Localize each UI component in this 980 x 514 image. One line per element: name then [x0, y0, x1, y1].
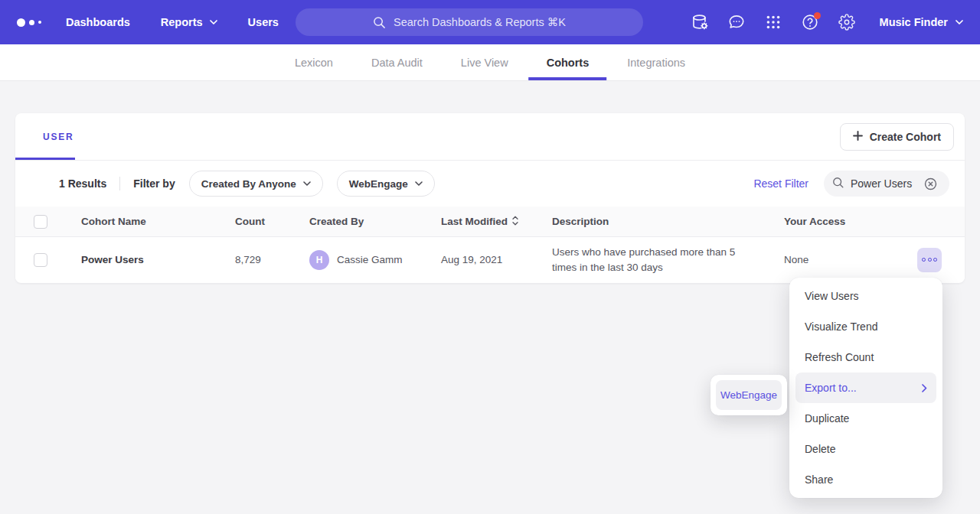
cohorts-card: USER Create Cohort 1 Results Filter by C… [15, 113, 965, 283]
menu-item-export-to[interactable]: Export to... [795, 372, 936, 403]
help-icon[interactable] [802, 14, 818, 31]
table-row[interactable]: Power Users 8,729 H Cassie Gamm Aug 19, … [15, 237, 965, 282]
menu-item-view-users[interactable]: View Users [795, 281, 936, 311]
integration-filter-dropdown[interactable]: WebEngage [337, 171, 435, 197]
submenu-item-webengage[interactable]: WebEngage [716, 380, 782, 410]
nav-users-label: Users [248, 16, 279, 28]
created-by-filter-dropdown[interactable]: Created By Anyone [189, 171, 323, 197]
chevron-down-icon [415, 181, 423, 187]
tab-integrations-label: Integrations [627, 57, 685, 69]
global-search-input[interactable]: Search Dashboards & Reports ⌘K [296, 8, 643, 36]
clear-search-icon[interactable] [924, 177, 937, 190]
row-checkbox[interactable] [34, 253, 47, 267]
col-last-modified[interactable]: Last Modified [441, 216, 552, 228]
col-description[interactable]: Description [552, 216, 784, 227]
col-count[interactable]: Count [235, 216, 309, 227]
section-tabs: Lexicon Data Audit Live View Cohorts Int… [0, 44, 980, 81]
row-context-menu: View Users Visualize Trend Refresh Count… [789, 278, 942, 498]
table-header: Cohort Name Count Created By Last Modifi… [15, 207, 965, 237]
menu-item-duplicate[interactable]: Duplicate [795, 403, 936, 434]
user-section-tab[interactable]: USER [15, 132, 74, 142]
menu-item-visualize-trend[interactable]: Visualize Trend [795, 311, 936, 342]
menu-item-refresh-count[interactable]: Refresh Count [795, 342, 936, 372]
menu-item-export-to-label: Export to... [805, 382, 857, 394]
navbar-actions: Music Finder [691, 0, 963, 44]
notification-badge [814, 12, 821, 19]
nav-dashboards-label: Dashboards [66, 16, 130, 28]
filter-bar: 1 Results Filter by Created By Anyone We… [15, 161, 965, 207]
chevron-right-icon [922, 384, 927, 392]
tab-live-view[interactable]: Live View [459, 44, 510, 80]
top-navbar: Dashboards Reports Users Search Dashboar… [0, 0, 980, 44]
nav-reports[interactable]: Reports [161, 16, 217, 28]
cohorts-page: Dashboards Reports Users Search Dashboar… [0, 0, 980, 514]
nav-users[interactable]: Users [248, 16, 279, 28]
primary-nav: Dashboards Reports Users [66, 16, 279, 28]
divider [119, 177, 120, 190]
col-created-by[interactable]: Created By [309, 216, 441, 227]
nav-reports-label: Reports [161, 16, 203, 28]
created-by-name: Cassie Gamm [337, 254, 403, 265]
global-search-placeholder: Search Dashboards & Reports ⌘K [394, 16, 566, 28]
cohort-search-input[interactable] [851, 177, 918, 190]
created-by-cell: H Cassie Gamm [309, 250, 441, 270]
search-icon [832, 177, 844, 191]
create-cohort-button[interactable]: Create Cohort [840, 123, 954, 151]
tab-data-audit-label: Data Audit [371, 57, 423, 69]
user-tab-underline [15, 158, 75, 160]
tab-lexicon[interactable]: Lexicon [293, 44, 335, 80]
create-cohort-label: Create Cohort [870, 131, 941, 143]
tab-lexicon-label: Lexicon [295, 57, 333, 69]
data-settings-icon[interactable] [691, 14, 708, 31]
results-count: 1 Results [59, 177, 106, 190]
description-cell: Users who have purchased more than 5 tim… [552, 245, 784, 275]
more-dots-icon [922, 258, 926, 262]
more-dots-icon [928, 258, 932, 262]
select-all-checkbox[interactable] [34, 215, 47, 229]
col-last-modified-label: Last Modified [441, 216, 508, 227]
project-switcher[interactable]: Music Finder [880, 16, 963, 28]
tab-data-audit[interactable]: Data Audit [370, 44, 424, 80]
chevron-down-icon [303, 181, 311, 187]
plus-icon [853, 131, 863, 143]
tab-integrations[interactable]: Integrations [626, 44, 687, 80]
count-cell: 8,729 [235, 254, 309, 265]
sort-icon[interactable] [512, 216, 518, 228]
nav-dashboards[interactable]: Dashboards [66, 16, 130, 28]
chevron-down-icon [210, 20, 217, 25]
apps-grid-icon[interactable] [765, 14, 782, 31]
active-tab-underline [529, 77, 607, 80]
project-name: Music Finder [880, 16, 948, 28]
tab-cohorts-label: Cohorts [547, 57, 590, 69]
access-cell: None [784, 254, 917, 265]
tab-cohorts[interactable]: Cohorts [545, 44, 591, 80]
last-modified-cell: Aug 19, 2021 [441, 254, 552, 265]
card-header: USER Create Cohort [15, 113, 965, 161]
messages-icon[interactable] [728, 14, 745, 31]
filter-by-label: Filter by [133, 177, 175, 190]
more-dots-icon [933, 258, 937, 262]
col-your-access[interactable]: Your Access [784, 216, 917, 227]
cohort-search-box [824, 171, 949, 197]
search-icon [373, 16, 386, 29]
integration-filter-value: WebEngage [349, 178, 408, 190]
avatar: H [309, 250, 329, 270]
menu-item-share[interactable]: Share [795, 464, 936, 495]
chevron-down-icon [956, 20, 963, 25]
row-actions-button[interactable] [917, 248, 942, 272]
created-by-filter-value: Created By Anyone [201, 178, 296, 190]
menu-item-delete[interactable]: Delete [795, 434, 936, 464]
mixpanel-logo-icon[interactable] [17, 18, 41, 27]
export-submenu: WebEngage [710, 375, 787, 415]
reset-filter-link[interactable]: Reset Filter [753, 177, 808, 190]
cohort-name-cell[interactable]: Power Users [81, 254, 235, 265]
col-cohort-name[interactable]: Cohort Name [81, 216, 235, 227]
settings-icon[interactable] [838, 14, 855, 31]
tab-live-view-label: Live View [461, 57, 508, 69]
